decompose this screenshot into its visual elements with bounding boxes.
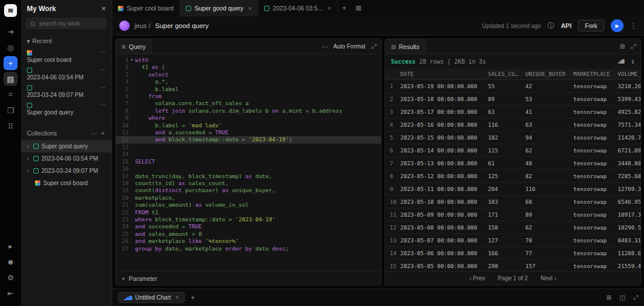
prev-page-button[interactable]: ‹ Prev [469, 275, 485, 281]
sql-editor[interactable]: 1▾with2 t1 as (3 select4 a.*,5 b.label6 … [116, 54, 381, 271]
collection-item[interactable]: ›2023-03-24 09:07 PM [21, 165, 112, 177]
code-line[interactable]: 14 [116, 151, 381, 158]
table-row[interactable]: 42023-05-16 00:00:00.00011663tensorswap7… [385, 119, 640, 131]
toggle-sidebar-icon[interactable]: ⇥ [4, 25, 18, 39]
table-row[interactable]: 22023-05-18 00:00:00.0008953tensorswap53… [385, 93, 640, 106]
recent-item[interactable]: ⋯Super cool board [21, 48, 112, 65]
media-icon[interactable]: ▸ [4, 239, 18, 253]
search-input[interactable] [38, 20, 96, 27]
column-header[interactable]: VOLUME_IN_SOL [618, 71, 640, 77]
create-new-button[interactable]: + [4, 56, 18, 70]
code-line[interactable]: 3 select [116, 71, 381, 78]
table-row[interactable]: 72023-05-13 00:00:00.0006148tensorswap34… [385, 157, 640, 170]
add-chart-button[interactable]: + [191, 294, 195, 302]
table-row[interactable]: 122023-05-08 00:00:00.00015862tensorswap… [385, 221, 640, 234]
auto-format-icon[interactable]: ‹·› [322, 44, 327, 50]
code-line[interactable]: 7 solana.core.fact_nft_sales a [116, 100, 381, 107]
code-line[interactable]: 15 SELECT [116, 158, 381, 165]
code-line[interactable]: 23 where block_timestamp::date > '2023-0… [116, 216, 381, 223]
chart-results-icon[interactable]: ▂▅▇ [618, 59, 624, 64]
code-line[interactable]: 5 b.label [116, 86, 381, 93]
column-header[interactable]: MARKETPLACE [573, 71, 618, 77]
code-line[interactable]: 4 a.*, [116, 78, 381, 85]
tab-overview-icon[interactable]: ⊠ [351, 0, 366, 16]
docs-icon[interactable]: ❒ [4, 103, 18, 117]
table-row[interactable]: 112023-05-09 00:00:00.00017189tensorswap… [385, 208, 640, 221]
item-menu-icon[interactable]: ⋯ [100, 51, 106, 54]
table-row[interactable]: 102023-05-10 00:00:00.00010368tensorswap… [385, 196, 640, 208]
add-parameter-button[interactable]: + Parameter [116, 271, 381, 285]
table-row[interactable]: 82023-05-12 00:00:00.00012582tensorswap7… [385, 170, 640, 183]
tab[interactable]: Super cool board [112, 0, 180, 16]
code-line[interactable]: 27 group by date, marketplace order by d… [116, 245, 381, 252]
collapse-rail-icon[interactable]: ⇤ [4, 286, 18, 300]
code-line[interactable]: 16 [116, 165, 381, 172]
fold-icon[interactable]: ▾ [129, 57, 135, 64]
code-line[interactable]: 1▾with [116, 57, 381, 64]
table-row[interactable]: 142023-05-06 00:00:00.00016677tensorswap… [385, 247, 640, 260]
item-menu-icon[interactable]: ⋯ [100, 86, 106, 89]
code-line[interactable]: 10 b.label = 'mad lads' [116, 122, 381, 129]
chevron-right-icon[interactable]: › [27, 168, 30, 174]
tab[interactable]: Super good query× [180, 0, 258, 16]
code-line[interactable]: 13 [116, 144, 381, 151]
add-tab-button[interactable]: + [338, 0, 351, 16]
recent-item[interactable]: ⋯Super good query [21, 100, 112, 118]
next-page-button[interactable]: Next › [541, 275, 556, 281]
table-row[interactable]: 132023-05-07 00:00:00.00012770tensorswap… [385, 234, 640, 247]
discover-icon[interactable]: ◎ [4, 40, 18, 54]
download-results-icon[interactable]: ↧ [631, 58, 635, 65]
chevron-right-icon[interactable]: › [27, 143, 30, 149]
apps-icon[interactable]: ⠿ [4, 119, 18, 133]
code-line[interactable]: 26 and marketplace like '%tensor%' [116, 238, 381, 245]
breadcrumb-title[interactable]: Super good query [155, 22, 209, 29]
chevron-right-icon[interactable]: › [27, 155, 30, 162]
code-line[interactable]: 2 t1 as ( [116, 64, 381, 71]
column-header[interactable]: DATE [400, 71, 488, 77]
grid-view-icon[interactable]: ⊞ [607, 294, 612, 301]
recent-item[interactable]: ⋯2023-03-24 09:07 PM [21, 83, 112, 100]
table-row[interactable]: 52023-05-15 00:00:00.00018294tensorswap1… [385, 131, 640, 144]
close-chart-tab-icon[interactable]: × [175, 294, 179, 301]
fork-button[interactable]: Fork [578, 20, 604, 32]
code-line[interactable]: 20 marketplace, [116, 194, 381, 201]
code-line[interactable]: 12 and block_timestamp::date > '2023-04-… [116, 136, 381, 143]
recent-item[interactable]: ⋯2023-04-06 03:54 PM [21, 65, 112, 83]
recent-section-header[interactable]: ▾ Recent [21, 35, 112, 48]
table-row[interactable]: 92023-05-11 00:00:00.000204116tensorswap… [385, 183, 640, 196]
table-row[interactable]: 32023-05-17 00:00:00.0006341tensorswap49… [385, 106, 640, 119]
settings-gear-icon[interactable]: ⚙ [4, 270, 18, 284]
code-line[interactable]: 19 count(distinct purchaser) as unique_b… [116, 187, 381, 194]
community-icon[interactable]: ☻ [4, 255, 18, 269]
code-line[interactable]: 9 where [116, 114, 381, 121]
item-menu-icon[interactable]: ⋯ [100, 103, 106, 107]
avatar[interactable] [119, 20, 130, 31]
code-line[interactable]: 21 sum(sales_amount) as volume_in_sol [116, 201, 381, 208]
code-line[interactable]: 24 and succeeded = TRUE [116, 223, 381, 230]
item-menu-icon[interactable]: ⋯ [100, 68, 106, 72]
more-menu-icon[interactable]: ⋮ [630, 22, 637, 30]
code-line[interactable]: 25 and sales_amount > 0 [116, 231, 381, 238]
code-line[interactable]: 11 and a.succeeded = TRUE [116, 129, 381, 136]
code-line[interactable]: 8 left join solana.core.dim_labels b on … [116, 107, 381, 114]
app-logo[interactable]: ≋ [4, 4, 17, 17]
split-view-icon[interactable]: ◫ [619, 294, 625, 301]
query-tab[interactable]: ≣ Query [116, 39, 152, 54]
table-row[interactable]: 152023-05-05 00:00:00.000298157tensorswa… [385, 260, 640, 271]
expand-results-icon[interactable]: ⤢ [631, 43, 636, 50]
expand-bottom-icon[interactable]: ⤢ [633, 294, 638, 301]
search-box[interactable] [26, 18, 107, 29]
close-tab-icon[interactable]: × [248, 5, 251, 12]
code-line[interactable]: 18 count(tx_id) as sales_count, [116, 180, 381, 187]
table-row[interactable]: 62023-05-14 00:00:00.00011562tensorswap6… [385, 144, 640, 157]
results-tab[interactable]: ▤ Results [385, 39, 426, 54]
run-query-button[interactable]: ▶ [611, 19, 624, 32]
code-line[interactable]: 6 from [116, 93, 381, 100]
collection-item[interactable]: Super cool board [21, 177, 112, 189]
terminal-icon[interactable]: ⌗ [4, 88, 18, 102]
collections-actions-icon[interactable]: ⋯ + [91, 130, 106, 137]
expand-query-icon[interactable]: ⤢ [371, 43, 376, 50]
code-line[interactable]: 17 date_trunc(day, block_timestamp) as d… [116, 173, 381, 180]
collection-item[interactable]: ›2023-04-06 03:54 PM [21, 152, 112, 165]
results-grid-icon[interactable]: ⊞ [620, 43, 625, 50]
